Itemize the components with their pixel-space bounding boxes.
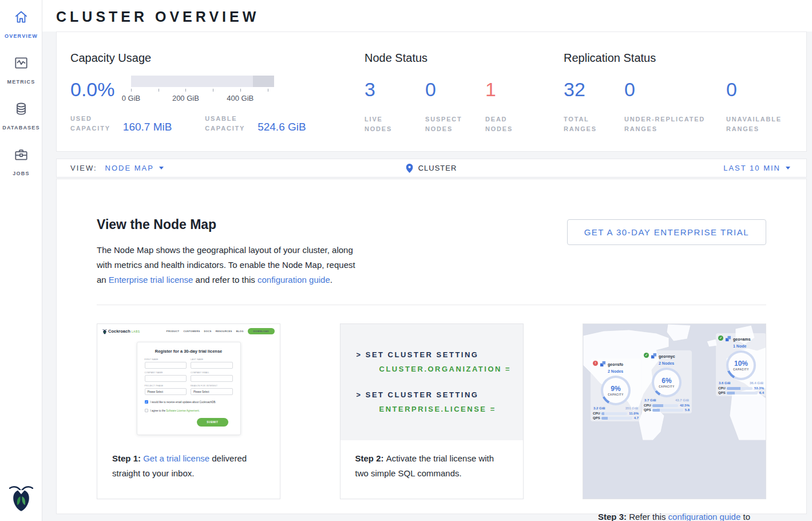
databases-icon [13, 101, 29, 117]
check-icon: ✓ [718, 336, 723, 341]
check-icon: ✓ [644, 353, 649, 358]
step3-caption: Step 3: Refer this configuration guide t… [583, 499, 766, 521]
reason-select: Please Select [191, 388, 233, 395]
divider [97, 305, 766, 305]
step1-screenshot: CockroachLABS PRODUCTCUSTOMERSDOCSRESOUR… [97, 324, 280, 440]
cluster-summary-panel: Capacity Usage 0.0% 0 GiB 200 GiB 400 Gi… [56, 31, 807, 152]
live-nodes-value: 3 [365, 80, 425, 99]
breadcrumb[interactable]: CLUSTER [406, 164, 457, 173]
project-phase-select: Please Select [145, 388, 187, 395]
capacity-axis-ticks [131, 89, 274, 93]
unavailable-ranges-stat: 0 UNAVAILABLERANGES [726, 80, 806, 134]
main-content: CLUSTER OVERVIEW Capacity Usage 0.0% 0 G… [42, 0, 812, 514]
section-heading: View the Node Map [97, 217, 361, 232]
usable-capacity-value: 524.6 GiB [258, 121, 306, 133]
step2-card: > SET CLUSTER SETTING CLUSTER.ORGANIZATI… [340, 323, 524, 499]
node-map-preview: ! geo=sfo2 Nodes 9%CAPACITY 3.2 GiB351 G… [583, 324, 766, 499]
live-nodes-stat: 3 LIVENODES [365, 80, 425, 134]
agree-checkbox-row: I agree to the Software License Agreemen… [145, 409, 233, 412]
view-label: VIEW: [70, 164, 97, 172]
capacity-bar [131, 76, 274, 87]
node-status-section: Node Status 3 LIVENODES 0 SUSPECTNODES 1… [365, 52, 564, 151]
configuration-guide-link[interactable]: configuration guide [668, 512, 741, 521]
capacity-donut: 9%CAPACITY [601, 376, 631, 405]
capacity-donut: 6%CAPACITY [652, 368, 682, 397]
axis-label: 0 GiB [122, 94, 141, 102]
nodes-cube-icon [725, 336, 731, 342]
sql-line: > SET CLUSTER SETTING [357, 390, 523, 399]
node-map-panel: View the Node Map The Node Map shows the… [56, 179, 807, 514]
step2-sql-preview: > SET CLUSTER SETTING CLUSTER.ORGANIZATI… [340, 324, 523, 440]
chevron-down-icon[interactable] [786, 167, 790, 169]
sidebar-item-label: JOBS [13, 171, 29, 176]
suspect-nodes-stat: 0 SUSPECTNODES [425, 80, 485, 134]
company-email-field [191, 375, 233, 382]
locality-badge-nyc: ✓ geo=nyc2 Nodes 6%CAPACITY 3.7 GiB43.7 … [641, 350, 692, 413]
locality-badge-ams: ✓ geo=ams1 Node 10%CAPACITY 3.6 GiB36.4 … [716, 333, 766, 396]
used-capacity-value: 160.7 MiB [123, 121, 172, 133]
dead-nodes-label: DEADNODES [485, 115, 564, 134]
total-ranges-stat: 32 TOTALRANGES [564, 80, 624, 134]
sidebar-item-databases[interactable]: DATABASES [0, 92, 42, 137]
form-title: Register for a 30-day trial license [145, 349, 233, 354]
live-nodes-label: LIVENODES [365, 115, 425, 134]
view-selector[interactable]: NODE MAP [105, 164, 154, 172]
under-replicated-ranges-value: 0 [624, 80, 726, 99]
total-ranges-label: TOTALRANGES [564, 115, 624, 134]
jobs-icon [13, 147, 29, 163]
capacity-donut: 10%CAPACITY [726, 350, 756, 380]
error-icon: ! [593, 361, 598, 366]
used-capacity-label: USEDCAPACITY [70, 114, 110, 133]
sidebar-item-label: OVERVIEW [5, 33, 38, 39]
cockroach-logo[interactable] [9, 482, 33, 514]
home-icon [13, 9, 29, 25]
step1-card: CockroachLABS PRODUCTCUSTOMERSDOCSRESOUR… [97, 323, 280, 499]
suspect-nodes-label: SUSPECTNODES [425, 115, 485, 134]
replication-status-title: Replication Status [564, 52, 806, 65]
enterprise-trial-button[interactable]: GET A 30-DAY ENTERPRISE TRIAL [567, 219, 766, 245]
breadcrumb-cluster[interactable]: CLUSTER [418, 164, 457, 172]
cockroach-labs-logo: CockroachLABS [102, 329, 140, 334]
download-button: DOWNLOAD [248, 328, 275, 334]
nodes-cube-icon [600, 361, 606, 367]
checkbox-checked-icon: ✓ [145, 400, 148, 404]
page-title: CLUSTER OVERVIEW [56, 9, 812, 25]
dead-nodes-value: 1 [485, 80, 564, 99]
under-replicated-ranges-label: UNDER-REPLICATEDRANGES [624, 115, 726, 134]
time-range-selector[interactable]: LAST 10 MIN [723, 164, 781, 172]
sidebar-item-label: DATABASES [2, 125, 39, 131]
metrics-icon [13, 55, 29, 71]
view-bar: VIEW: NODE MAP CLUSTER LAST 10 MIN [56, 159, 807, 177]
submit-button: SUBMIT [197, 418, 228, 427]
step2-caption: Step 2: Activate the trial license with … [340, 440, 523, 492]
axis-label: 200 GiB [172, 94, 199, 102]
sidebar-item-label: METRICS [7, 79, 35, 85]
usable-capacity-label: USABLECAPACITY [205, 114, 245, 133]
locality-badge-sfo: ! geo=sfo2 Nodes 9%CAPACITY 3.2 GiB351 G… [591, 358, 641, 421]
checkbox-empty-icon [145, 409, 148, 412]
trial-register-form: Register for a 30-day trial license FIRS… [137, 342, 241, 435]
enterprise-trial-license-link[interactable]: Enterprise trial license [109, 275, 193, 285]
sql-setting: CLUSTER.ORGANIZATION = [379, 365, 523, 373]
location-pin-icon [406, 164, 413, 173]
sidebar-item-overview[interactable]: OVERVIEW [0, 0, 42, 46]
sql-line: > SET CLUSTER SETTING [357, 350, 523, 359]
sidebar-item-metrics[interactable]: METRICS [0, 46, 42, 92]
get-trial-license-link[interactable]: Get a trial license [143, 453, 209, 463]
mini-site-nav: PRODUCTCUSTOMERSDOCSRESOURCESBLOG DOWNLO… [167, 328, 275, 334]
unavailable-ranges-value: 0 [726, 80, 806, 99]
chevron-down-icon[interactable] [159, 167, 164, 169]
configuration-guide-link[interactable]: configuration guide [258, 275, 330, 285]
first-name-field [145, 362, 187, 369]
unavailable-ranges-label: UNAVAILABLERANGES [726, 115, 806, 134]
company-name-field [145, 375, 187, 382]
capacity-bar-reserved-segment [253, 76, 275, 87]
title-band: CLUSTER OVERVIEW [42, 0, 812, 31]
sidebar-item-jobs[interactable]: JOBS [0, 137, 42, 183]
under-replicated-ranges-stat: 0 UNDER-REPLICATEDRANGES [624, 80, 726, 134]
last-name-field [191, 362, 233, 369]
capacity-usage-section: Capacity Usage 0.0% 0 GiB 200 GiB 400 Gi… [70, 52, 365, 151]
node-status-title: Node Status [365, 52, 564, 65]
updates-checkbox-row: ✓ I would like to receive email updates … [145, 400, 233, 404]
capacity-axis-labels: 0 GiB 200 GiB 400 GiB [131, 94, 274, 103]
